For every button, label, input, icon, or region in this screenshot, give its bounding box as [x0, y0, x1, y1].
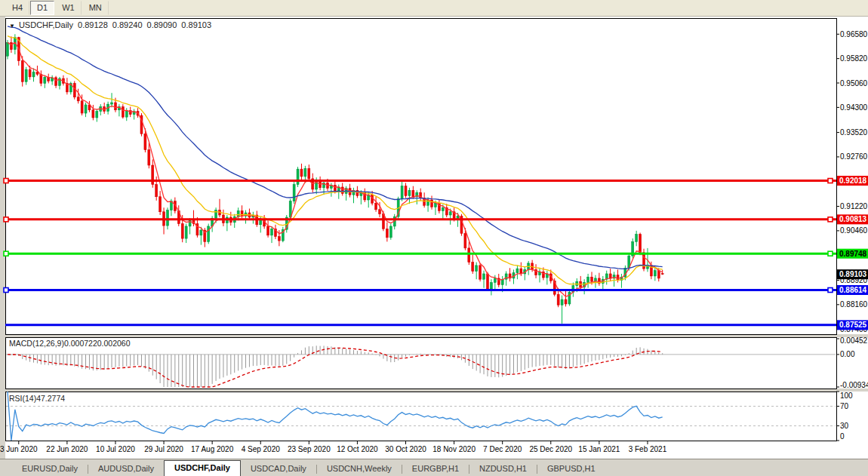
candle [561, 299, 563, 305]
candle [55, 78, 57, 86]
rsi-axis-label: 30 [840, 422, 849, 430]
candle [144, 134, 146, 149]
date-axis-label: 15 Jan 2021 [578, 445, 620, 453]
date-axis: 3 Jun 202022 Jun 202010 Jul 202029 Jul 2… [0, 441, 667, 453]
candle [111, 103, 113, 104]
candle [73, 83, 75, 97]
macd-indicator-label: MACD(12,26,9)0.0007220.002060 [9, 339, 131, 348]
chart-title: ▼USDCHF,Daily0.891280.892400.890900.8910… [9, 20, 211, 29]
price-axis-label: 0.96580 [840, 30, 868, 38]
candle [657, 271, 660, 278]
candle [464, 233, 466, 248]
candle [494, 278, 496, 283]
candle [449, 212, 451, 215]
symbol-period-label: USDCHF,Daily [19, 20, 73, 29]
candle [565, 299, 567, 304]
candle [40, 75, 42, 84]
timeframe-button-d1[interactable]: D1 [30, 1, 54, 15]
tab-usdchf-daily[interactable]: USDCHF,Daily [164, 460, 241, 476]
level-handle-right[interactable] [828, 287, 833, 292]
quote-low: 0.89090 [147, 20, 177, 29]
tab-usdcnh-weekly[interactable]: USDCNH,Weekly [317, 462, 402, 476]
candle [185, 226, 187, 238]
candle [661, 274, 663, 275]
candle [609, 274, 611, 278]
candle [434, 203, 436, 207]
candle [375, 203, 377, 210]
price-axis-label: 0.95820 [840, 54, 868, 63]
candle [389, 226, 392, 238]
candle [267, 226, 269, 235]
candle [271, 229, 273, 235]
level-handle-left[interactable] [4, 287, 8, 292]
tab-gbpusd-h1[interactable]: GBPUSD,H1 [537, 462, 605, 476]
candle [200, 230, 202, 235]
tab-audusd-daily[interactable]: AUDUSD,Daily [88, 462, 164, 476]
level-handle-left[interactable] [4, 179, 8, 183]
date-axis-label: 30 Oct 2020 [385, 445, 426, 453]
candle [21, 61, 23, 82]
date-axis-label: 18 Nov 2020 [432, 445, 476, 453]
quote-close: 0.89103 [181, 20, 211, 29]
candle [44, 77, 46, 83]
candle [334, 185, 336, 191]
rsi-indicator-label: RSI(14)47.2774 [9, 394, 65, 403]
date-axis-label: 23 Sep 2020 [288, 445, 331, 453]
level-price-tag-text: 0.92018 [839, 177, 867, 185]
rsi-axis-label: 70 [840, 402, 849, 410]
candle [159, 197, 162, 212]
candle [364, 192, 366, 200]
level-price-tag-text: 0.88614 [839, 286, 867, 294]
rsi-name: RSI(14) [9, 394, 36, 403]
date-axis-label: 3 Feb 2021 [629, 445, 667, 453]
candle [300, 169, 303, 177]
timeframe-button-mn[interactable]: MN [82, 1, 109, 15]
candle [379, 210, 381, 214]
candle [166, 210, 168, 226]
candle [308, 168, 310, 179]
tab-eurusd-daily[interactable]: EURUSD,Daily [12, 462, 88, 476]
date-axis-label: 17 Aug 2020 [191, 445, 234, 453]
date-axis-label: 25 Dec 2020 [529, 445, 572, 453]
candle [341, 187, 343, 194]
candle [293, 185, 295, 201]
rsi-panel [6, 392, 837, 441]
candle [85, 105, 87, 113]
macd-signal-value: 0.002060 [97, 339, 131, 348]
candle [237, 210, 239, 217]
macd-axis-label: 0.004527 [840, 336, 868, 345]
candle [654, 271, 656, 276]
tab-eurgbp-h1[interactable]: EURGBP,H1 [402, 462, 469, 476]
level-handle-right[interactable] [828, 217, 833, 222]
timeframe-button-w1[interactable]: W1 [55, 1, 82, 15]
candle [468, 248, 470, 263]
candle [241, 210, 243, 216]
candle [472, 263, 474, 272]
candle [587, 277, 589, 282]
timeframe-button-h4[interactable]: H4 [5, 1, 29, 15]
macd-axis-label: -0.009348 [840, 381, 868, 389]
candle [181, 224, 183, 239]
macd-axis-label: 0.00 [840, 350, 855, 358]
price-chart-svg: 0.965800.958200.950600.943000.935200.927… [0, 0, 868, 459]
level-handle-left[interactable] [4, 217, 8, 222]
candle [7, 42, 9, 56]
level-handle-right[interactable] [828, 251, 833, 256]
candle [29, 69, 31, 77]
price-axis-label: 0.93520 [840, 128, 868, 137]
candle [442, 207, 444, 210]
candle [557, 294, 559, 305]
rsi-axis-label: 0 [840, 432, 845, 441]
collapse-arrow-icon[interactable]: ▼ [9, 23, 15, 29]
tab-nzdusd-h1[interactable]: NZDUSD,H1 [469, 462, 537, 476]
candle [405, 186, 407, 196]
candle [155, 185, 158, 197]
price-axis-label: 0.92760 [840, 152, 868, 161]
tab-usdcad-daily[interactable]: USDCAD,Daily [241, 462, 316, 476]
candle [122, 107, 124, 118]
candle [591, 277, 593, 281]
price-axis-label: 0.88160 [840, 300, 868, 309]
level-handle-left[interactable] [4, 251, 8, 256]
level-handle-right[interactable] [828, 179, 833, 183]
candle [412, 190, 414, 197]
